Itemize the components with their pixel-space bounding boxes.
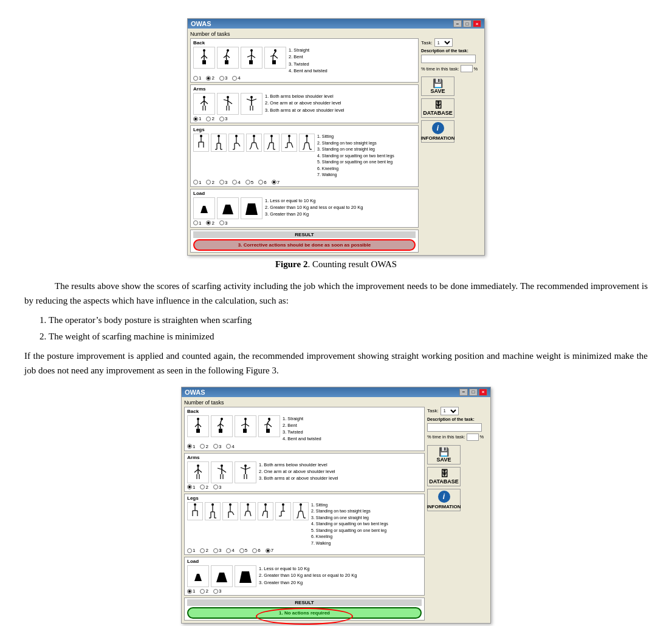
legs3-radio-2[interactable]: 2 [200, 548, 208, 553]
load-radio-3[interactable]: 3 [219, 220, 227, 226]
load-radio-circle-1[interactable] [193, 220, 198, 225]
legs-radio-1[interactable]: 1 [193, 180, 201, 185]
legs3-radio-6[interactable]: 6 [252, 548, 260, 553]
legs-radio-circle-5[interactable] [245, 180, 250, 185]
back3-radio-circle-4[interactable] [226, 444, 231, 449]
right-panel-fig2: Task: 1 Description of the task: % time … [421, 38, 482, 253]
arms-radio-1[interactable]: 1 [193, 116, 201, 121]
maximize-btn-fig3[interactable]: □ [469, 389, 478, 396]
load3-radio-circle-3[interactable] [213, 589, 218, 594]
description-input-fig2[interactable] [421, 55, 476, 63]
legs3-radio-5[interactable]: 5 [239, 548, 247, 553]
minimize-btn-fig2[interactable]: − [453, 20, 462, 27]
arms-radio-circle-1[interactable] [193, 117, 198, 121]
percent-symbol-fig3: % [480, 434, 484, 440]
back3-radio-circle-2[interactable] [200, 444, 205, 449]
legs-radio-circle-3[interactable] [219, 180, 224, 185]
svg-line-29 [224, 100, 228, 101]
database-btn-fig3[interactable]: 🗄 DATABASE [427, 467, 461, 486]
arms3-radio-2[interactable]: 2 [200, 485, 208, 490]
minimize-btn-fig3[interactable]: − [459, 389, 468, 396]
arms3-radio-1[interactable]: 1 [187, 485, 195, 490]
load-radio-2[interactable]: 2 [206, 220, 214, 226]
database-btn-fig2[interactable]: 🗄 DATABASE [421, 98, 454, 118]
legs3-radio-7[interactable]: 7 [266, 548, 273, 553]
legs3-radio-circle-6[interactable] [252, 548, 257, 553]
arms3-radio-3[interactable]: 3 [213, 485, 221, 490]
load3-radio-circle-1[interactable] [187, 589, 192, 594]
legs3-radio-circle-3[interactable] [213, 548, 218, 553]
back-radio-1[interactable]: 1 [193, 75, 201, 81]
load3-radio-3[interactable]: 3 [213, 588, 221, 594]
legs-radio-6[interactable]: 6 [258, 180, 266, 185]
task-select-fig2[interactable]: 1 [434, 38, 453, 47]
load-radio-circle-2[interactable] [206, 220, 211, 225]
legs3-radio-3[interactable]: 3 [213, 548, 221, 553]
close-btn-fig2[interactable]: × [473, 20, 481, 27]
load-radio-circle-3[interactable] [219, 220, 224, 225]
task-select-fig3[interactable]: 1 [441, 407, 459, 415]
legs-radio-circle-1[interactable] [193, 180, 198, 185]
back-radio-2[interactable]: 2 [206, 75, 214, 81]
arms-radio-2[interactable]: 2 [206, 116, 214, 121]
back-radio-4[interactable]: 4 [232, 75, 240, 81]
legs3-radio-circle-4[interactable] [226, 548, 231, 553]
load-radio-1[interactable]: 1 [193, 220, 201, 226]
arms3-opt3: 3. Both arms at or above shoulder level [259, 475, 338, 481]
save-btn-fig2[interactable]: 💾 SAVE [421, 77, 454, 96]
legs3-radio-1[interactable]: 1 [187, 548, 195, 553]
legs3-radio-circle-1[interactable] [187, 548, 192, 553]
paragraph2: If the posture improvement is applied an… [24, 349, 648, 378]
back3-radio-3[interactable]: 3 [213, 444, 221, 449]
legs3-opt6: 6. Kneeling [311, 534, 388, 540]
back3-radio-circle-3[interactable] [213, 444, 218, 449]
legs-radio-circle-7[interactable] [272, 180, 276, 185]
load3-radio-1[interactable]: 1 [187, 588, 195, 594]
arms3-radio-circle-3[interactable] [213, 485, 218, 489]
percent-input-fig2[interactable] [461, 65, 473, 72]
legs-radio-circle-2[interactable] [206, 180, 211, 185]
legs-radio-7[interactable]: 7 [272, 180, 279, 185]
arms-radio-circle-2[interactable] [206, 117, 211, 121]
legs3-radio-circle-5[interactable] [239, 548, 244, 553]
load3-radio-circle-2[interactable] [200, 589, 205, 594]
load3-radio-2[interactable]: 2 [200, 588, 208, 594]
legs-radio-5[interactable]: 5 [245, 180, 253, 185]
arms3-radio-circle-2[interactable] [200, 485, 205, 489]
result-section-fig2: RESULT 3. Corrective actions should be d… [190, 230, 419, 253]
legs3-radio-circle-2[interactable] [200, 548, 205, 553]
description-input-fig3[interactable] [427, 423, 482, 432]
back-radio-circle-4[interactable] [232, 76, 237, 81]
svg-point-39 [200, 135, 202, 137]
back3-radio-circle-1[interactable] [187, 444, 192, 449]
back-radio-3[interactable]: 3 [219, 75, 227, 81]
info-icon-fig3: i [438, 491, 450, 503]
back3-radio-2[interactable]: 2 [200, 444, 208, 449]
arms3-radio-circle-1[interactable] [187, 485, 192, 489]
back-radio-circle-1[interactable] [193, 76, 198, 81]
information-btn-fig3[interactable]: i INFORMATION [427, 489, 461, 511]
save-btn-fig3[interactable]: 💾 SAVE [427, 445, 461, 464]
legs-radio-4[interactable]: 4 [232, 180, 240, 185]
back3-radio-4[interactable]: 4 [226, 444, 234, 449]
legs-radio-circle-6[interactable] [258, 180, 263, 185]
back-radio-circle-3[interactable] [219, 76, 224, 81]
back-radio-circle-2[interactable] [206, 76, 211, 81]
legs-radio-circle-4[interactable] [232, 180, 237, 185]
maximize-btn-fig2[interactable]: □ [463, 20, 471, 27]
legs-radio-2[interactable]: 2 [206, 180, 214, 185]
legs3-radio-circle-7[interactable] [266, 548, 270, 553]
arms-opt2: 2. One arm at or above shoulder level [265, 100, 345, 106]
percent-input-fig3[interactable] [467, 434, 479, 441]
load3-posture-3-icon [237, 568, 254, 585]
information-btn-fig2[interactable]: i INFORMATION [421, 120, 454, 143]
legs-radio-3[interactable]: 3 [219, 180, 227, 185]
legs-labels-fig3: 1. Sitting 2. Standing on two straight l… [311, 502, 388, 547]
arms-radio-circle-3[interactable] [219, 117, 224, 121]
close-btn-fig3[interactable]: × [479, 389, 487, 396]
arms-radio-3[interactable]: 3 [219, 116, 227, 121]
back3-radio-1[interactable]: 1 [187, 444, 195, 449]
legs3-radio-4[interactable]: 4 [226, 548, 234, 553]
svg-line-13 [252, 55, 255, 58]
legs-fig3-5 [258, 502, 273, 520]
